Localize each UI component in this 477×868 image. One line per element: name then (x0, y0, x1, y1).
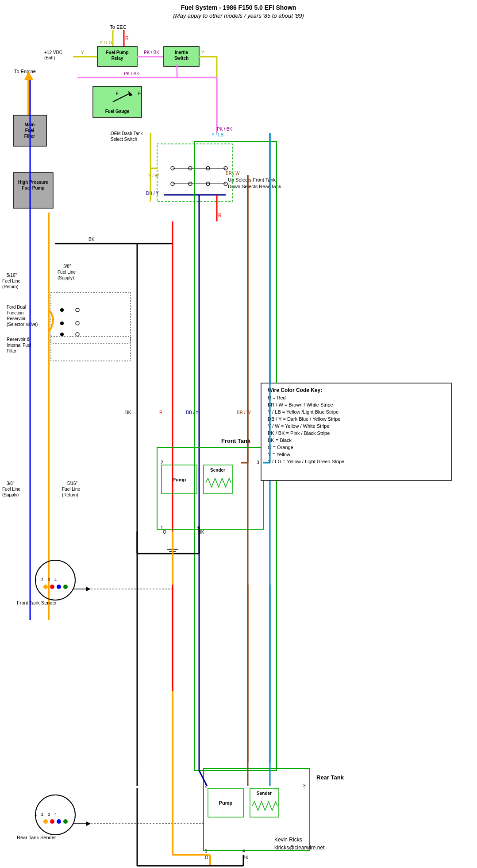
label-338-supply-left3: (Supply) (2, 492, 19, 497)
label-sender-rear: Sender (257, 791, 272, 796)
label-rt-O: O (205, 855, 208, 860)
label-fuel-pump-relay: Fuel Pump (106, 50, 128, 55)
label-rt-sender-2: 2 (41, 812, 43, 817)
label-r-mid: R (159, 410, 162, 415)
svg-point-60 (50, 585, 54, 589)
label-wire-O: O = Orange (268, 445, 293, 450)
label-ylg: Y / LG (100, 40, 112, 45)
svg-point-61 (57, 585, 61, 589)
svg-rect-33 (13, 173, 53, 208)
svg-point-62 (63, 585, 68, 589)
label-up-selects: Up Selects Front Tank (228, 177, 276, 182)
label-rt-sender-4: 4 (54, 812, 57, 817)
label-switch: Switch (174, 56, 188, 61)
label-rt-num1: 1 (205, 849, 208, 853)
label-hp-pump: High Pressure (18, 180, 48, 185)
label-hp-pump2: Fuel Pump (22, 186, 44, 190)
label-ft-num2: 2 (161, 460, 163, 465)
label-to-engine: To Engine (14, 69, 36, 74)
label-pump-front: Pump (173, 477, 186, 482)
svg-point-78 (63, 819, 68, 824)
label-516-return-left: 5/16" (67, 481, 77, 486)
label-wire-YLB: Y / LB = Yellow /Light Blue Stripe (268, 409, 339, 415)
label-wire-YLG: Y / LG = Yellow / Light Green Stripe (268, 459, 344, 464)
label-credit-email: klricks@clearwire.net (274, 845, 325, 851)
label-to-eec: To EEC (110, 24, 126, 30)
label-wire-BK: BK = Black (268, 438, 292, 443)
label-bk-mid: BK (125, 410, 131, 415)
label-res-filter: Reservoir & (7, 337, 30, 342)
label-wire-YW: Y / W = Yellow / White Stripe (268, 423, 330, 429)
label-relay: Relay (112, 56, 123, 61)
label-516-return2: Fuel Line (2, 279, 21, 283)
label-reservoir2: Function (7, 310, 23, 315)
label-ft-sender-1: 1 (35, 577, 37, 582)
label-batt2: (Batt) (44, 55, 55, 60)
label-reservoir4: (Selector Valve) (7, 322, 38, 327)
label-wire-Y: Y = Yellow (268, 452, 290, 457)
label-brw-mid: BR / W (237, 410, 251, 415)
label-wire-PKBK: PK / BK = Pink / Black Stripe (268, 430, 330, 436)
label-reservoir: Ford Dual (7, 305, 26, 310)
label-wire-key-title: Wire Color Code Key: (268, 387, 322, 393)
label-pkbk-horiz: PK / BK (124, 71, 139, 76)
title-line1: Fuel System - 1986 F150 5.0 EFI Shown (181, 4, 296, 11)
label-338-supply-left2: Fuel Line (2, 487, 21, 492)
label-gauge-e: E (116, 91, 119, 96)
svg-point-76 (50, 819, 54, 824)
label-oem-dash-1: OEM Dash Tank (111, 131, 143, 136)
label-down-selects: Down Selects Rear Tank (228, 184, 281, 189)
label-516-return: 5/16" (7, 273, 17, 278)
svg-point-38 (60, 322, 64, 325)
label-ft-O: O (163, 530, 166, 535)
label-credit-name: Kevin Ricks (274, 837, 302, 843)
svg-point-75 (43, 819, 48, 824)
label-front-tank: Front Tank (221, 438, 251, 444)
diagram-container: Fuel System - 1986 F150 5.0 EFI Shown (M… (0, 0, 477, 868)
label-rear-tank-sender: Rear Tank Sender (17, 835, 56, 840)
label-res-filter2: Internal Fuel (7, 343, 31, 348)
svg-point-40 (60, 333, 64, 336)
svg-point-59 (43, 585, 48, 589)
label-inertia: Inertia (175, 50, 188, 55)
label-res-filter3: Filter (7, 349, 17, 353)
label-wire-BRW: BR / W = Brown / White Stripe (268, 402, 333, 407)
svg-point-36 (60, 308, 64, 312)
label-ft-sender-2: 2 (41, 577, 43, 582)
label-dby-switch: DB / Y (146, 191, 159, 196)
label-rt-sender-1: 1 (35, 812, 37, 817)
label-r-switch: R (218, 213, 221, 218)
label-dby-mid: DB / Y (186, 410, 199, 415)
label-338-supply3: (Supply) (58, 275, 74, 280)
svg-point-77 (57, 819, 61, 824)
label-rear-tank: Rear Tank (316, 774, 344, 781)
title-line2: (May apply to other models / years '85 t… (173, 12, 304, 19)
label-ft-sender-4: 4 (54, 577, 57, 582)
label-ft-num3: 3 (257, 460, 259, 465)
label-rt-num4: 4 (242, 849, 245, 853)
label-516-return-left3: (Return) (62, 492, 78, 497)
label-516-return-left2: Fuel Line (62, 487, 81, 492)
label-338-supply: 3/8" (63, 264, 71, 269)
label-sender-front: Sender (210, 468, 225, 473)
label-fuel-gauge: Fuel Gauge (105, 109, 130, 114)
label-pump-rear: Pump (219, 800, 233, 806)
label-rt-num3: 3 (303, 783, 306, 788)
label-reservoir3: Reservoir (7, 316, 26, 321)
label-516-return3: (Return) (2, 284, 19, 289)
label-front-tank-sender: Front Tank Sender (17, 600, 57, 605)
label-338-supply-left: 3/8" (7, 481, 15, 486)
label-gauge-f: F (138, 91, 141, 96)
label-pkbk-relay: PK / BK (144, 50, 159, 55)
label-batt: +12 VDC (44, 50, 62, 55)
label-y-inertia: Y (201, 50, 204, 55)
label-r-eec: R (125, 36, 128, 41)
label-y-batt: Y (81, 50, 84, 55)
label-oem-dash-2: Select Switch (111, 137, 137, 142)
label-brw: BR / W (226, 171, 240, 176)
label-pkbk-right: PK / BK (217, 127, 232, 132)
label-ylb-top: Y / LB (212, 132, 223, 137)
label-bk-horiz: BK (88, 237, 95, 242)
label-rt-sender-3: 3 (48, 812, 50, 817)
label-338-supply2: Fuel Line (58, 270, 76, 275)
